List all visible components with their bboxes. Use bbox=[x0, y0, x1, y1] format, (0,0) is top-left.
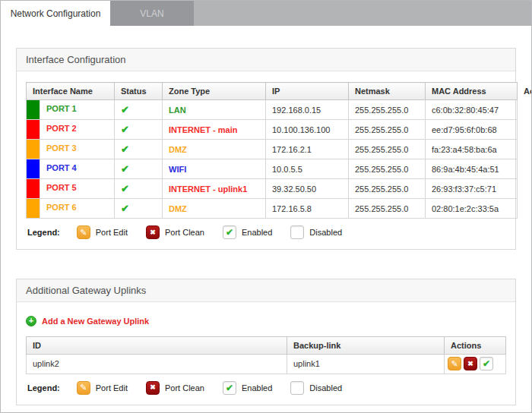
legend-item-port-edit: ✎Port Edit bbox=[77, 381, 128, 395]
zone-type-cell: LAN bbox=[163, 100, 266, 120]
enabled-checkbox-legend-icon: ✔ bbox=[223, 225, 236, 239]
port-color-swatch bbox=[27, 159, 40, 178]
zone-type-label: INTERNET - uplink1 bbox=[169, 184, 247, 194]
status-enabled-icon: ✔ bbox=[121, 183, 129, 194]
add-gateway-uplink-link[interactable]: + Add a New Gateway Uplink bbox=[26, 316, 149, 326]
column-header-actions: Actions bbox=[445, 336, 506, 354]
interface-name-label: PORT 5 bbox=[40, 179, 83, 198]
actions-cell: ✎✖✔ bbox=[445, 354, 506, 374]
ip-cell: 192.168.0.15 bbox=[266, 100, 349, 120]
legend-item-enabled: ✔Enabled bbox=[223, 225, 272, 239]
mac-address-cell: fa:23:a4:58:ba:6a bbox=[426, 140, 518, 159]
interface-name-label: PORT 2 bbox=[40, 120, 83, 139]
zone-type-label: LAN bbox=[169, 106, 186, 115]
legend-item-label: Port Clean bbox=[165, 228, 204, 237]
interface-name-cell: PORT 6 bbox=[27, 199, 115, 219]
legend-item-label: Enabled bbox=[242, 228, 272, 237]
zone-type-label: DMZ bbox=[169, 204, 187, 213]
tab-network-configuration[interactable]: Network Configuration bbox=[1, 1, 110, 26]
ip-cell: 172.16.5.8 bbox=[266, 199, 349, 219]
legend-item-port-edit: ✎Port Edit bbox=[77, 225, 128, 239]
port-color-swatch bbox=[27, 140, 40, 159]
zone-type-cell: WIFI bbox=[163, 159, 266, 179]
netmask-cell: 255.255.255.0 bbox=[349, 120, 426, 140]
zone-type-label: DMZ bbox=[169, 145, 187, 154]
interface-panel-body: Interface NameStatusZone TypeIPNetmaskMA… bbox=[17, 71, 515, 249]
interface-name-label: PORT 6 bbox=[40, 199, 83, 218]
table-row: PORT 4✔WIFI10.0.5.5255.255.255.086:9a:4b… bbox=[27, 159, 518, 179]
port-color-swatch bbox=[27, 179, 40, 198]
enabled-checkbox-legend-icon: ✔ bbox=[223, 381, 236, 395]
column-header-interface-name: Interface Name bbox=[27, 83, 115, 100]
legend-item-label: Port Edit bbox=[96, 383, 128, 393]
ip-cell: 10.0.5.5 bbox=[266, 159, 349, 179]
enabled-checkbox[interactable]: ✔ bbox=[480, 357, 493, 370]
legend-item-label: Disabled bbox=[309, 383, 342, 393]
disabled-checkbox-legend-icon bbox=[290, 225, 304, 239]
legend-label: Legend: bbox=[27, 383, 60, 393]
mac-address-cell: 26:93:f3:37:c5:71 bbox=[426, 179, 518, 199]
status-cell: ✔ bbox=[115, 179, 163, 199]
port-color-swatch bbox=[27, 100, 40, 119]
add-plus-icon: + bbox=[26, 316, 36, 326]
status-cell: ✔ bbox=[115, 199, 163, 219]
zone-type-label: WIFI bbox=[169, 165, 186, 174]
ip-cell: 39.32.50.50 bbox=[266, 179, 349, 199]
mac-address-cell: 86:9a:4b:45:4a:51 bbox=[426, 159, 518, 179]
column-header-status: Status bbox=[115, 83, 163, 100]
status-enabled-icon: ✔ bbox=[121, 203, 129, 214]
mac-address-cell: c6:0b:32:80:45:47 bbox=[426, 100, 518, 120]
netmask-cell: 255.255.255.0 bbox=[349, 199, 426, 219]
netmask-cell: 255.255.255.0 bbox=[349, 140, 426, 159]
port-color-swatch bbox=[27, 120, 40, 139]
zone-type-cell: INTERNET - main bbox=[163, 120, 266, 140]
status-cell: ✔ bbox=[115, 100, 163, 120]
zone-type-label: INTERNET - main bbox=[169, 125, 237, 134]
table-row: PORT 2✔INTERNET - main10.100.136.100255.… bbox=[27, 120, 518, 140]
status-cell: ✔ bbox=[115, 140, 163, 159]
port-edit-button[interactable]: ✎ bbox=[448, 357, 461, 370]
column-header-netmask: Netmask bbox=[349, 83, 426, 100]
uplink-id-cell: uplink2 bbox=[27, 354, 287, 374]
legend-item-disabled: Disabled bbox=[290, 381, 342, 395]
legend-item-port-clean: ✖Port Clean bbox=[146, 225, 204, 239]
interface-name-label: PORT 3 bbox=[40, 140, 83, 159]
zone-type-cell: DMZ bbox=[163, 199, 266, 219]
netmask-cell: 255.255.255.0 bbox=[349, 179, 426, 199]
table-row: PORT 3✔DMZ172.16.2.1255.255.255.0fa:23:a… bbox=[27, 140, 518, 159]
column-header-ip: IP bbox=[266, 83, 349, 100]
content-area: Interface Configuration Interface NameSt… bbox=[1, 26, 531, 405]
column-header-backup-link: Backup-link bbox=[287, 336, 445, 354]
table-row: uplink2uplink1✎✖✔ bbox=[27, 354, 506, 374]
legend-item-label: Disabled bbox=[309, 228, 342, 237]
interface-name-cell: PORT 2 bbox=[27, 120, 115, 140]
header-row: Interface NameStatusZone TypeIPNetmaskMA… bbox=[27, 83, 518, 100]
ip-cell: 172.16.2.1 bbox=[266, 140, 349, 159]
ip-cell: 10.100.136.100 bbox=[266, 120, 349, 140]
port-clean-button-legend-icon: ✖ bbox=[146, 225, 160, 239]
tab-bar: Network ConfigurationVLAN bbox=[1, 1, 531, 26]
legend-label: Legend: bbox=[27, 228, 60, 237]
port-edit-button-legend-icon: ✎ bbox=[77, 225, 90, 239]
mac-address-cell: ee:d7:95:6f:0b:68 bbox=[426, 120, 518, 140]
port-clean-button[interactable]: ✖ bbox=[464, 357, 477, 370]
interface-table: Interface NameStatusZone TypeIPNetmaskMA… bbox=[26, 82, 518, 219]
legend-item-label: Port Clean bbox=[165, 383, 204, 393]
port-clean-button-legend-icon: ✖ bbox=[146, 381, 160, 395]
interface-panel-title: Interface Configuration bbox=[17, 49, 515, 71]
legend-item-port-clean: ✖Port Clean bbox=[146, 381, 204, 395]
legend-item-label: Port Edit bbox=[96, 228, 128, 237]
header-row: IDBackup-linkActions bbox=[27, 336, 506, 354]
table-row: PORT 5✔INTERNET - uplink139.32.50.50255.… bbox=[27, 179, 518, 199]
disabled-checkbox-legend-icon bbox=[290, 381, 304, 395]
uplinks-panel-title: Additional Gateway Uplinks bbox=[17, 279, 515, 302]
interface-name-cell: PORT 5 bbox=[27, 179, 115, 199]
status-enabled-icon: ✔ bbox=[121, 104, 129, 115]
interface-legend: Legend:✎Port Edit✖Port Clean✔EnabledDisa… bbox=[26, 219, 506, 241]
legend-item-disabled: Disabled bbox=[290, 225, 342, 239]
tab-vlan[interactable]: VLAN bbox=[110, 1, 194, 26]
column-header-id: ID bbox=[27, 336, 287, 354]
backup-link-cell: uplink1 bbox=[287, 354, 445, 374]
uplinks-legend: Legend:✎Port Edit✖Port Clean✔EnabledDisa… bbox=[26, 374, 506, 397]
status-cell: ✔ bbox=[115, 120, 163, 140]
